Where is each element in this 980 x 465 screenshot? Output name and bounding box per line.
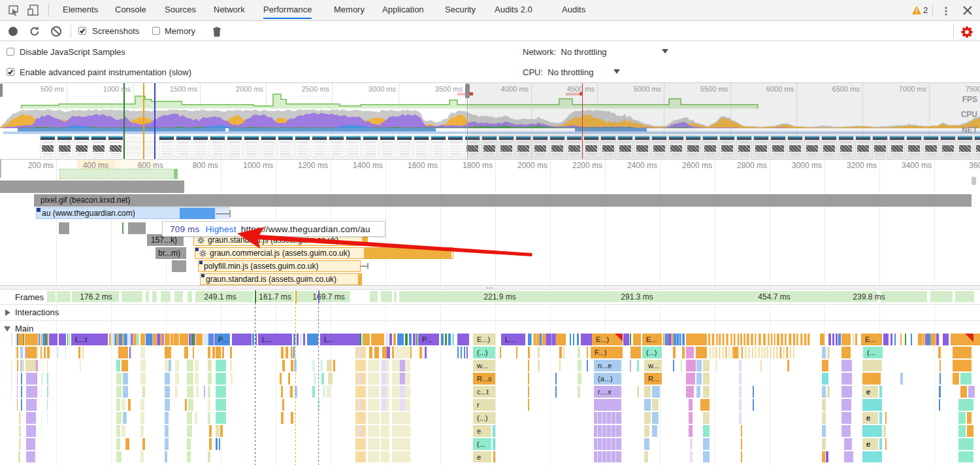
svg-text:E...: E... [646,336,657,343]
svg-text:(...): (...) [477,414,488,422]
svg-text:(a...): (a...) [598,375,613,383]
svg-text:e: e [866,414,870,422]
svg-text:R...s: R...s [477,375,492,383]
svg-text:(...): (...) [477,349,488,356]
svg-text:E...): E...) [596,336,609,343]
svg-text:e: e [477,453,481,461]
svg-text:w...: w... [476,362,488,370]
svg-text:E...: E... [865,336,876,343]
svg-text:e: e [477,427,481,435]
svg-text:L...t: L...t [75,336,87,343]
svg-text:w...: w... [647,362,659,370]
svg-text:(...): (...) [646,349,657,356]
svg-text:(...: (... [477,440,485,448]
svg-text:P...: P... [422,336,432,343]
svg-text:F...): F...) [595,349,606,356]
svg-text:n...e: n...e [598,362,612,370]
svg-text:L...: L... [505,336,515,343]
svg-text:L...: L... [262,336,272,343]
svg-text:(...: (... [867,349,875,356]
svg-text:P...: P... [218,336,228,343]
svg-text:c...t: c...t [477,388,489,396]
svg-text:e: e [866,388,870,396]
svg-text:R...: R... [648,375,659,383]
svg-text:e: e [866,440,870,448]
svg-text:r: r [477,401,480,409]
svg-text:r....x: r....x [598,388,612,396]
svg-text:L...: L... [324,336,334,343]
svg-text:E...): E...) [477,336,490,343]
